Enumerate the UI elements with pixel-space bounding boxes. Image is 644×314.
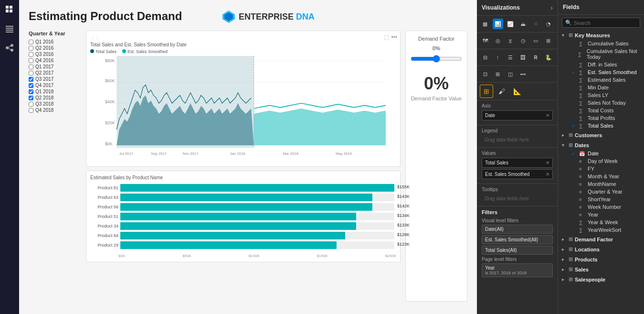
viz-icon-scatter[interactable]: ⁙ bbox=[530, 19, 541, 29]
field-item-0-4[interactable]: ∑Estimated Sales bbox=[570, 76, 642, 84]
filter-item-9[interactable]: Q2 2018 bbox=[29, 95, 81, 100]
field-item-2-4[interactable]: ≡MonthName bbox=[570, 180, 642, 188]
viz-icon-python[interactable]: 🐍 bbox=[543, 52, 554, 63]
field-group-header-7[interactable]: ▸⊞Salespeople bbox=[560, 275, 642, 284]
field-item-2-8[interactable]: ≡Year bbox=[570, 211, 642, 218]
fields-search-input[interactable] bbox=[574, 20, 640, 26]
nav-report-icon[interactable] bbox=[4, 4, 15, 15]
more-icon[interactable]: ••• bbox=[391, 34, 397, 41]
filter-item-4[interactable]: Q1 2017 bbox=[29, 64, 81, 69]
fields-search[interactable]: 🔍 bbox=[562, 18, 640, 28]
field-group-header-3[interactable]: ▸⊞Demand Factor bbox=[560, 235, 642, 244]
viz-icon-bar[interactable]: 📊 bbox=[493, 19, 503, 29]
field-item-2-3[interactable]: ≡Month & Year bbox=[570, 173, 642, 180]
filter-checkbox-8[interactable] bbox=[29, 89, 33, 94]
filter-checkbox-5[interactable] bbox=[29, 71, 33, 76]
filter-item-1[interactable]: Q2 2016 bbox=[29, 45, 81, 51]
field-item-2-0[interactable]: ✓📅Date bbox=[570, 150, 642, 157]
field-group-header-4[interactable]: ▸⊞Locations bbox=[560, 245, 642, 254]
field-item-0-0[interactable]: ∑Cumulative Sales bbox=[570, 40, 642, 47]
viz-toolbar-analytics[interactable]: 📐 bbox=[510, 85, 524, 98]
viz-value-total-sales[interactable]: Total Sales ✕ bbox=[482, 158, 553, 168]
filter-item-5[interactable]: Q2 2017 bbox=[29, 70, 81, 76]
viz-icon-more-2[interactable]: ⊞ bbox=[493, 69, 503, 79]
field-item-0-5[interactable]: ∑Min Date bbox=[570, 84, 642, 91]
filter-item-11[interactable]: Q4 2018 bbox=[29, 108, 81, 113]
field-item-0-6[interactable]: ∑Sales LY bbox=[570, 91, 642, 99]
viz-panel-arrow[interactable]: › bbox=[550, 4, 553, 11]
filter-item-8[interactable]: Q1 2018 bbox=[29, 89, 81, 94]
filter-item-0[interactable]: Q1 2016 bbox=[29, 39, 81, 44]
filter-checkbox-9[interactable] bbox=[29, 96, 33, 100]
field-item-0-10[interactable]: ✓∑Total Sales bbox=[570, 122, 642, 130]
filter-item-2[interactable]: Q3 2016 bbox=[29, 52, 81, 57]
field-group-header-1[interactable]: ▸⊞Customers bbox=[560, 130, 642, 140]
field-item-2-9[interactable]: ∑Year & Week bbox=[570, 218, 642, 226]
value-1-remove[interactable]: ✕ bbox=[546, 160, 549, 165]
field-item-0-9[interactable]: ∑Total Profits bbox=[570, 114, 642, 122]
field-item-0-8[interactable]: ∑Total Costs bbox=[570, 107, 642, 114]
field-item-0-3[interactable]: ✓∑Est. Sales Smoothed bbox=[570, 68, 642, 76]
viz-toolbar-fields[interactable]: ⊞ bbox=[480, 85, 493, 98]
field-item-2-10[interactable]: ∑YearWeekSort bbox=[570, 226, 642, 234]
viz-toolbar-format[interactable]: 🖌 bbox=[495, 85, 508, 98]
viz-icon-dots[interactable]: ••• bbox=[518, 69, 528, 79]
field-item-2-1[interactable]: ≡Day of Week bbox=[570, 157, 642, 165]
field-item-0-1[interactable]: ∑Cumulative Sales Not Today bbox=[570, 47, 642, 61]
viz-icon-funnel[interactable]: ⧖ bbox=[505, 35, 516, 46]
viz-icon-matrix[interactable]: ⊟ bbox=[480, 52, 490, 63]
field-group-header-5[interactable]: ▸⊞Products bbox=[560, 255, 642, 264]
viz-icon-image[interactable]: 🖼 bbox=[518, 52, 528, 63]
demand-slider[interactable] bbox=[411, 55, 462, 63]
filter-item-7[interactable]: Q4 2017 bbox=[29, 83, 81, 88]
viz-icon-kpi[interactable]: ↑ bbox=[493, 52, 503, 63]
filter-checkbox-1[interactable] bbox=[29, 46, 33, 51]
field-item-2-2[interactable]: ≡FY bbox=[570, 165, 642, 173]
field-check-0-3: ✓ bbox=[571, 70, 577, 75]
filter-tag-total-sales[interactable]: Total Sales(All) bbox=[482, 246, 553, 255]
maximize-icon[interactable]: ⬚ bbox=[384, 34, 389, 41]
field-group-header-2[interactable]: ▾⊞Dates bbox=[560, 141, 642, 150]
viz-icon-slicer[interactable]: ☰ bbox=[505, 52, 516, 63]
field-group-header-0[interactable]: ▾⊞Key Measures bbox=[560, 31, 642, 40]
viz-icon-table[interactable]: ⊞ bbox=[543, 35, 554, 46]
viz-icon-pie[interactable]: ◔ bbox=[543, 19, 554, 29]
viz-icon-r[interactable]: R bbox=[530, 52, 541, 63]
field-group-header-6[interactable]: ▸⊞Sales bbox=[560, 265, 642, 274]
viz-icon-more-3[interactable]: ◫ bbox=[505, 69, 516, 79]
filter-item-6[interactable]: Q3 2017 bbox=[29, 76, 81, 82]
filter-page-year[interactable]: Year is 2017, 2016 or 2018 bbox=[482, 263, 553, 277]
filter-checkbox-7[interactable] bbox=[29, 83, 33, 88]
viz-axis-field[interactable]: Date ✕ bbox=[482, 110, 553, 120]
field-item-2-6[interactable]: ≡ShortYear bbox=[570, 195, 642, 203]
filter-checkbox-6[interactable] bbox=[29, 77, 33, 82]
viz-icon-more-1[interactable]: ⊡ bbox=[480, 69, 490, 79]
value-2-remove[interactable]: ✕ bbox=[546, 172, 549, 177]
filter-checkbox-3[interactable] bbox=[29, 58, 33, 63]
nav-data-icon[interactable] bbox=[4, 23, 15, 34]
viz-icon-card[interactable]: ▭ bbox=[530, 35, 541, 46]
viz-icon-map[interactable]: 🗺 bbox=[480, 35, 490, 46]
field-item-2-7[interactable]: ≡Week Number bbox=[570, 203, 642, 211]
nav-model-icon[interactable] bbox=[4, 42, 15, 54]
slider-container[interactable] bbox=[411, 55, 462, 64]
filter-item-3[interactable]: Q4 2016 bbox=[29, 58, 81, 63]
viz-value-est-sales[interactable]: Est. Sales Smoothed ✕ bbox=[482, 169, 553, 179]
filter-checkbox-0[interactable] bbox=[29, 40, 33, 44]
viz-icon-stacked-bar[interactable]: ▦ bbox=[480, 19, 490, 29]
filter-item-10[interactable]: Q3 2018 bbox=[29, 101, 81, 107]
filter-checkbox-10[interactable] bbox=[29, 102, 33, 107]
filter-tag-date[interactable]: Date(All) bbox=[482, 225, 553, 234]
viz-icon-gauge[interactable]: ◷ bbox=[518, 35, 528, 46]
filter-checkbox-2[interactable] bbox=[29, 52, 33, 57]
filter-checkbox-4[interactable] bbox=[29, 65, 33, 69]
viz-icon-donut[interactable]: ◎ bbox=[493, 35, 503, 46]
field-item-0-2[interactable]: ∑Diff. in Sales bbox=[570, 61, 642, 68]
field-item-0-7[interactable]: ∑Sales Not Today bbox=[570, 99, 642, 107]
filter-checkbox-11[interactable] bbox=[29, 108, 33, 113]
viz-icon-line[interactable]: 📈 bbox=[505, 19, 516, 29]
viz-icon-area[interactable]: ⛰ bbox=[518, 19, 528, 29]
filter-tag-est-sales[interactable]: Est. Sales Smoothed(All) bbox=[482, 235, 553, 244]
field-item-2-5[interactable]: ≡Quarter & Year bbox=[570, 188, 642, 195]
axis-remove-btn[interactable]: ✕ bbox=[546, 113, 549, 118]
